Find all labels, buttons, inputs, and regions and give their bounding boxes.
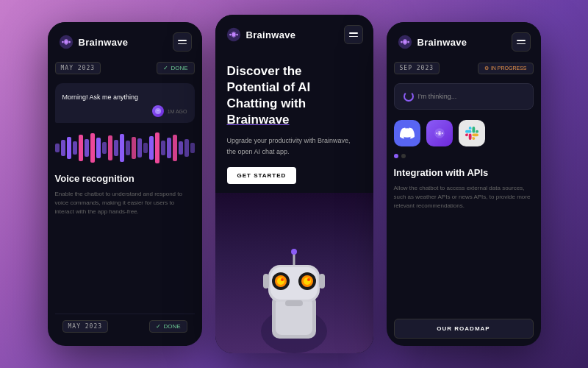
chat-bubble-1: Morning! Ask me anything 1M AGO: [55, 83, 195, 123]
chat-avatar-1: [152, 105, 164, 117]
svg-point-30: [407, 41, 409, 43]
svg-point-6: [232, 32, 236, 37]
phone-card-2: Brainwave Discover thePotential of AICha…: [215, 15, 373, 353]
robot-illustration: [243, 236, 345, 353]
brainwave-api-icon: [426, 120, 453, 146]
voice-title: Voice recognition: [55, 173, 195, 184]
slack-icon: [459, 120, 485, 146]
dot-active: [394, 154, 398, 158]
dot-inactive: [401, 154, 406, 158]
chat-time-1: 1M AGO: [168, 109, 187, 114]
date-tag-1: MAY 2023: [55, 62, 101, 74]
bottom-done-tag: ✓ DONE: [149, 320, 187, 333]
hero-title: Discover thePotential of AIChatting with…: [227, 63, 362, 128]
thinking-box: I'm thinking...: [394, 83, 534, 110]
svg-point-23: [291, 249, 297, 255]
svg-point-20: [281, 278, 284, 281]
svg-point-33: [436, 132, 437, 134]
chat-meta-1: 1M AGO: [62, 105, 187, 117]
chat-text-1: Morning! Ask me anything: [62, 93, 139, 101]
navbar-1: Brainwave: [48, 22, 202, 59]
phone2-text: Discover thePotential of AIChatting with…: [215, 52, 373, 193]
brand-2: Brainwave: [226, 26, 296, 43]
svg-point-29: [401, 41, 403, 43]
hamburger-line-1: [178, 40, 187, 41]
navbar-3: Brainwave: [387, 22, 541, 59]
done-check-1: ✓: [163, 65, 168, 71]
progress-tag: ⚙ IN PROGRESS: [478, 63, 534, 74]
phone-card-3: Brainwave SEP 2023 ⚙ IN PROGRESS I'm thi…: [387, 22, 541, 346]
dot-indicator: [394, 154, 534, 158]
svg-point-8: [236, 34, 238, 36]
svg-rect-25: [263, 274, 269, 289]
integration-title: Integration with APIs: [394, 167, 534, 178]
brand-name-1: Brainwave: [79, 37, 129, 48]
hero-subtitle: Upgrade your productivity with Brainwave…: [227, 135, 362, 157]
brand-name-2: Brainwave: [246, 29, 296, 40]
brand-icon-2: [226, 26, 242, 43]
phone3-content: SEP 2023 ⚙ IN PROGRESS I'm thinking...: [387, 59, 541, 346]
brand-1: Brainwave: [58, 34, 129, 50]
svg-point-19: [304, 277, 311, 285]
svg-point-32: [438, 132, 441, 135]
svg-point-4: [155, 108, 161, 114]
svg-point-28: [403, 40, 407, 44]
date-tag-3: SEP 2023: [394, 62, 440, 74]
navbar-2: Brainwave: [215, 15, 373, 52]
svg-point-3: [68, 41, 71, 43]
svg-point-18: [277, 277, 284, 285]
thinking-text: I'm thinking...: [418, 93, 457, 100]
brand-icon-3: [397, 34, 413, 50]
hero-title-brand: Brainwave: [227, 113, 290, 127]
progress-icon: ⚙: [484, 66, 489, 71]
phone1-content: MAY 2023 ✓ DONE Morning! Ask me anything…: [48, 59, 202, 346]
hamburger-btn-1[interactable]: [173, 32, 192, 52]
svg-point-1: [64, 40, 68, 44]
brand-3: Brainwave: [397, 34, 467, 50]
phone2-content: Discover thePotential of AIChatting with…: [215, 52, 373, 353]
bottom-date-bar: MAY 2023 ✓ DONE: [55, 314, 195, 339]
hamburger-btn-2[interactable]: [344, 25, 363, 44]
roadmap-button[interactable]: OUR ROADMAP: [394, 319, 534, 339]
hamburger-btn-3[interactable]: [512, 32, 531, 52]
svg-point-7: [229, 34, 232, 36]
svg-point-2: [62, 41, 64, 43]
hamburger-line-2: [178, 43, 187, 45]
brand-name-3: Brainwave: [417, 37, 467, 48]
robot-image: [215, 193, 373, 353]
api-icons: [394, 120, 534, 146]
svg-point-21: [307, 278, 310, 281]
svg-rect-24: [285, 300, 303, 306]
done-tag-1: ✓ DONE: [157, 62, 194, 74]
date-badge-1: MAY 2023 ✓ DONE: [55, 62, 195, 74]
voice-desc: Enable the chatbot to understand and res…: [55, 190, 195, 216]
svg-point-34: [441, 132, 442, 134]
waveform-1: [55, 132, 195, 164]
phone-card-1: Brainwave MAY 2023 ✓ DONE Morning! Ask m…: [48, 22, 202, 346]
discord-icon: [394, 120, 420, 146]
date-badge-3: SEP 2023 ⚙ IN PROGRESS: [394, 62, 534, 74]
brand-icon-1: [58, 34, 74, 50]
bottom-date-tag: MAY 2023: [62, 320, 109, 333]
svg-rect-26: [319, 274, 325, 289]
get-started-button[interactable]: GET STARTED: [227, 167, 297, 184]
thinking-spinner: [404, 91, 414, 102]
integration-desc: Allow the chatbot to access external dat…: [394, 184, 534, 210]
